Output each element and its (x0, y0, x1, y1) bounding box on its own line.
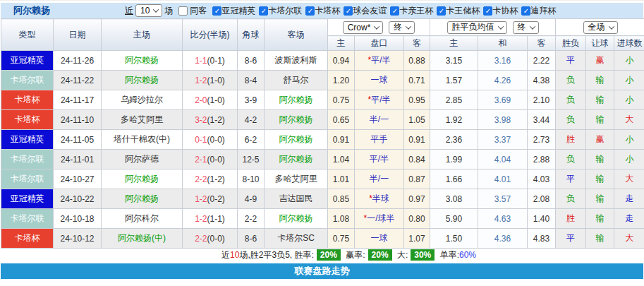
col-header-date: 日期 (54, 19, 102, 51)
match-date: 24-10-12 (54, 229, 102, 249)
league-badge: 卡塔杯 (1, 90, 54, 110)
table-row: 卡塔尔联 24-10-18 阿尔科尔 1-2(1-1) 2-2 阿尔赖扬 1.0… (1, 209, 644, 229)
summary-near-label: 近 (221, 250, 230, 260)
goals-cell: 大 (614, 169, 644, 189)
league-checkbox[interactable] (437, 6, 446, 16)
league-checkbox[interactable] (483, 6, 492, 16)
recent-link[interactable]: 近 (125, 5, 133, 17)
away-team: 阿尔赖扬 (265, 110, 328, 130)
europe-company-select[interactable]: 胜平负均值 (447, 21, 507, 34)
asia-away-odds: 0.95 (404, 90, 430, 110)
handicap-text: 一球 (371, 233, 388, 243)
match-date: 24-11-10 (54, 110, 102, 130)
goals-cell: 小 (614, 90, 644, 110)
handicap-text: 平手 (371, 134, 388, 144)
league-filter-item: 球会友谊 (340, 5, 387, 17)
table-row: 卡塔杯 24-10-12 阿尔赖扬(中) 2-2(0-0) 8-6 卡塔尔SC … (1, 229, 644, 249)
euro-draw-odds: 3.69 (478, 90, 528, 110)
recent-suffix-label: 场 (164, 5, 173, 17)
score-cell: 1-2(1-0) (183, 71, 238, 90)
same-away-checkbox[interactable] (178, 6, 188, 16)
league-trend-bar: 联赛盘路走势 (1, 263, 643, 279)
score-cell: 1-1(0-1) (183, 51, 238, 71)
goals-cell: 小 (614, 150, 644, 169)
chevron-down-icon (374, 23, 379, 29)
match-date: 24-11-17 (54, 90, 102, 110)
asia-state-select[interactable]: 终 (389, 21, 415, 34)
half-score: (0-0) (207, 135, 225, 145)
half-score: (0-0) (207, 234, 225, 244)
home-team: 塔什干棉农(中) (102, 130, 183, 150)
asia-home-odds: 0.91 (328, 130, 355, 150)
league-checkbox[interactable] (344, 6, 353, 16)
league-filter-item: 卡王储杯 (433, 5, 480, 17)
score-cell: 2-2(1-2) (183, 169, 238, 189)
table-header: 类型 日期 主场 比分(半场) 角球 客场 Crow* 终 (1, 19, 644, 51)
asia-home-odds: 0.85 (328, 189, 355, 209)
table-row: 卡塔尔联 24-10-27 阿尔赖扬 2-2(1-2) 8-10 多哈艾阿里 1… (1, 169, 644, 189)
away-team: 阿尔赖扬 (265, 90, 328, 110)
asia-home-odds: 0.75 (328, 90, 355, 110)
league-filter-item: 卡塔尔联 (255, 5, 302, 17)
score-cell: 1-2(1-1) (183, 209, 238, 229)
handicap-cell: 半/一 (355, 169, 404, 189)
league-filter-label: 卡亲王杯 (399, 5, 433, 17)
league-checkbox[interactable] (390, 6, 399, 16)
league-badge: 卡塔杯 (1, 110, 54, 130)
handicap-cell: 半/一 (355, 110, 404, 130)
handicap-text: 平/半 (370, 154, 389, 164)
away-team: 阿尔赖扬 (265, 130, 328, 150)
asia-home-odds: 1.20 (328, 71, 355, 90)
result-cell: 胜 (556, 209, 586, 229)
away-team: 舒马尔 (265, 71, 328, 90)
table-row: 亚冠精英 24-11-26 阿尔赖扬 1-1(0-1) 8-6 波斯波利斯 0.… (1, 51, 644, 71)
league-checkbox[interactable] (305, 6, 315, 16)
let-cell: 输 (586, 90, 614, 110)
league-checkbox[interactable] (212, 6, 221, 16)
league-filter-label: 亚冠精英 (221, 5, 255, 17)
half-score: (0-2) (207, 194, 225, 204)
asia-company-select[interactable]: Crow* (343, 21, 384, 34)
result-cell: 负 (556, 71, 586, 90)
europe-state-select[interactable]: 终 (513, 21, 539, 34)
home-team: 阿尔赖扬 (102, 169, 183, 189)
asia-away-odds: 0.71 (404, 71, 430, 90)
away-team: 波斯波利斯 (265, 51, 328, 71)
scope-select[interactable]: 全场 (583, 21, 618, 34)
full-score: 3-2 (195, 115, 207, 125)
result-cell: 负 (556, 110, 586, 130)
euro-away-odds: 2.10 (528, 90, 556, 110)
corner-cell: 3-9 (238, 90, 265, 110)
let-cell: 赢 (586, 51, 614, 71)
full-score: 2-1 (195, 155, 207, 165)
home-team: 阿尔赖扬 (102, 71, 183, 90)
result-cell: 胜 (556, 130, 586, 150)
scope-controls: 全场 (556, 19, 644, 36)
euro-draw-odds: 4.63 (478, 209, 528, 229)
recent-count-value: 10 (140, 6, 150, 16)
euro-away-odds: 4.83 (528, 229, 556, 249)
home-team: 阿尔萨德 (102, 150, 183, 169)
league-filter-label: 卡王储杯 (446, 5, 480, 17)
asia-away-odds: 1.07 (404, 229, 430, 249)
league-checkbox[interactable] (521, 6, 530, 16)
handicap-text: 半/一 (370, 114, 389, 124)
subcol-let: 让球 (586, 36, 614, 51)
league-badge: 卡塔杯 (1, 229, 54, 249)
league-filter-item: 迪拜杯 (518, 5, 556, 17)
big-rate-badge: 30% (411, 249, 435, 261)
away-team: 吉达国民 (265, 189, 328, 209)
recent-count-select[interactable]: 10 (135, 4, 162, 17)
corner-cell: 6-2 (238, 130, 265, 150)
euro-away-odds: 4.38 (528, 71, 556, 90)
handicap-text: 平/半 (371, 55, 390, 65)
full-score: 0-1 (195, 135, 207, 145)
euro-home-odds: 1.92 (430, 110, 478, 130)
match-date: 24-11-05 (54, 130, 102, 150)
goals-cell: 大 (614, 110, 644, 130)
filter-bar: 近 10 场 同客 亚冠精英 卡塔尔联 卡塔杯 球会友谊 卡亲王杯 卡王储杯 卡… (125, 4, 556, 17)
half-score: (1-0) (207, 95, 225, 105)
league-checkbox[interactable] (259, 6, 268, 16)
table-row: 卡塔杯 24-11-17 乌姆沙拉尔 2-0(1-0) 3-9 阿尔赖扬 0.7… (1, 90, 644, 110)
euro-home-odds: 1.99 (430, 150, 478, 169)
